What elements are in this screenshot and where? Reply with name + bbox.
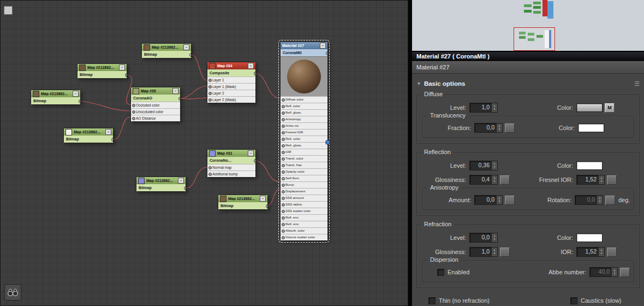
input-socket[interactable] — [208, 173, 212, 176]
input-socket[interactable] — [282, 144, 285, 148]
input-socket[interactable] — [282, 131, 285, 134]
input-socket[interactable] — [208, 79, 212, 82]
node-titlebar[interactable]: Map #213862...- — [77, 64, 127, 71]
ior-spinner[interactable]: 1,52 ▲▼ — [576, 247, 605, 257]
node-titlebar[interactable]: Map #34- — [207, 62, 255, 69]
input-socket[interactable] — [132, 117, 135, 120]
input-socket[interactable] — [208, 166, 212, 169]
node-titlebar[interactable]: Map #213862...- — [142, 44, 191, 51]
node-socket-row[interactable]: Refr. env. — [281, 221, 327, 227]
glossiness-spinner[interactable]: 0,4 ▲▼ — [469, 175, 498, 185]
rollout-menu-icon[interactable]: ☰ — [634, 80, 640, 87]
node-socket-row[interactable]: Layer 2 (Mask) — [207, 96, 255, 103]
rotation-spinner[interactable]: 0,0 ▲▼ — [575, 195, 603, 205]
node-collapse-button[interactable]: - — [105, 129, 111, 135]
node-collapse-button[interactable]: - — [248, 150, 254, 156]
refraction-glossiness-map-button[interactable] — [500, 248, 510, 257]
output-socket[interactable] — [79, 99, 80, 103]
input-socket[interactable] — [282, 184, 285, 187]
material-name-bar[interactable]: Material #27 — [412, 61, 644, 74]
node-collapse-button[interactable]: - — [172, 88, 178, 94]
output-socket[interactable] — [254, 159, 255, 163]
node-socket-row[interactable]: Bump — [281, 181, 327, 188]
translucency-color-swatch[interactable] — [578, 123, 604, 132]
abbe-number-spinner[interactable]: 40,0 ▲▼ — [589, 267, 618, 277]
node-socket-row[interactable]: Occluded color — [131, 102, 180, 108]
input-socket[interactable] — [282, 177, 285, 180]
diffuse-level-spinner[interactable]: 1,0 ▲▼ — [469, 103, 498, 113]
node-collapse-button[interactable]: - — [248, 63, 254, 69]
node-bitmap-bottom[interactable]: Map #213862...-Bitmap — [218, 195, 268, 210]
thin-checkbox[interactable] — [428, 297, 436, 304]
node-collapse-button[interactable]: - — [119, 64, 125, 70]
dispersion-enabled-checkbox[interactable] — [437, 269, 444, 276]
input-socket[interactable] — [282, 223, 285, 226]
node-socket-row[interactable]: IOR — [281, 149, 327, 155]
node-socket-row[interactable]: Fresnel IOR — [281, 129, 327, 136]
node-composite[interactable]: Map #34-CompositeLayer 1Layer 1 (Mask)La… — [207, 62, 256, 103]
node-socket-row[interactable]: Aniso rot. — [281, 122, 327, 129]
refraction-level-spinner[interactable]: 0,0 ▲▼ — [469, 233, 498, 243]
input-socket[interactable] — [282, 118, 285, 121]
ior-map-button[interactable] — [607, 248, 617, 257]
input-socket[interactable] — [208, 92, 212, 95]
node-collapse-button[interactable]: - — [73, 91, 79, 97]
input-socket[interactable] — [282, 111, 285, 115]
node-socket-row[interactable]: Self-illum. — [281, 175, 327, 181]
input-socket[interactable] — [282, 98, 285, 102]
node-socket-row[interactable]: Refl. color — [281, 103, 327, 109]
abbe-map-button[interactable] — [620, 268, 630, 277]
navigator-selection-box[interactable] — [514, 27, 555, 51]
node-bitmap-3[interactable]: Map #213862...-Bitmap — [31, 90, 81, 105]
output-socket[interactable] — [111, 138, 113, 142]
input-socket[interactable] — [282, 210, 285, 213]
input-socket[interactable] — [208, 85, 212, 89]
node-socket-row[interactable]: Absorb. color — [281, 227, 327, 234]
rollout-basic-options[interactable]: ▼ Basic options ☰ — [412, 78, 644, 89]
input-socket[interactable] — [282, 151, 285, 154]
node-bitmap-white[interactable]: Map #213862...-Bitmap — [63, 128, 114, 143]
panel-separator[interactable] — [408, 0, 412, 306]
node-material-27[interactable]: Material #27-CoronaMtlDiffuse colorRefl.… — [280, 42, 328, 241]
node-socket-row[interactable]: Layer 2 — [207, 90, 255, 96]
node-socket-row[interactable]: Opacity color — [281, 168, 327, 175]
node-socket-row[interactable]: Anisotropy — [281, 116, 327, 122]
spinner-arrows-icon[interactable]: ▲▼ — [496, 196, 502, 204]
spinner-arrows-icon[interactable]: ▲▼ — [598, 175, 604, 184]
input-socket[interactable] — [282, 157, 285, 161]
output-socket[interactable] — [189, 53, 191, 57]
caustics-checkbox[interactable] — [570, 297, 577, 304]
node-socket-row[interactable]: Additional bump — [207, 170, 255, 177]
amount-spinner[interactable]: 0,0 ▲▼ — [474, 195, 503, 205]
spinner-arrows-icon[interactable]: ▲▼ — [597, 196, 603, 204]
node-titlebar[interactable]: Map #35- — [131, 87, 180, 95]
node-socket-row[interactable]: Transl. frac. — [281, 162, 327, 168]
spinner-arrows-icon[interactable]: ▲▼ — [491, 161, 497, 170]
spinner-arrows-icon[interactable]: ▲▼ — [598, 248, 604, 256]
spinner-arrows-icon[interactable]: ▲▼ — [611, 268, 617, 276]
node-bitmap-2[interactable]: Map #213862...-Bitmap — [77, 63, 127, 79]
fraction-spinner[interactable]: 0,0 ▲▼ — [474, 123, 503, 133]
fresnel-map-button[interactable] — [607, 175, 617, 185]
output-socket[interactable] — [178, 97, 180, 101]
spinner-arrows-icon[interactable]: ▲▼ — [491, 175, 497, 184]
node-socket-row[interactable]: Unoccluded color — [131, 108, 180, 115]
output-socket[interactable] — [184, 186, 186, 190]
input-socket[interactable] — [282, 125, 285, 128]
node-collapse-button[interactable]: - — [260, 196, 266, 202]
node-titlebar[interactable]: Map #31- — [207, 150, 255, 157]
node-socket-row[interactable]: Displacement — [281, 188, 327, 195]
node-socket-row[interactable]: Refr. color — [281, 136, 327, 142]
input-socket[interactable] — [282, 190, 285, 193]
node-titlebar[interactable]: Map #213862...- — [136, 177, 186, 184]
node-scroll-handle[interactable] — [325, 140, 330, 145]
node-socket-row[interactable]: SSS scatter color — [281, 208, 327, 214]
node-view[interactable]: Map #213862...-BitmapMap #213862...-Bitm… — [0, 0, 408, 306]
node-bitmap-top[interactable]: Map #213862...-Bitmap — [141, 43, 192, 58]
output-socket[interactable] — [266, 204, 267, 208]
node-titlebar[interactable]: Material #27- — [281, 42, 327, 49]
node-socket-row[interactable]: AO Distance — [131, 115, 180, 121]
node-socket-row[interactable]: Volume scatter color — [281, 234, 327, 240]
node-socket-row[interactable]: SSS amount — [281, 195, 327, 201]
spinner-arrows-icon[interactable]: ▲▼ — [491, 103, 497, 112]
